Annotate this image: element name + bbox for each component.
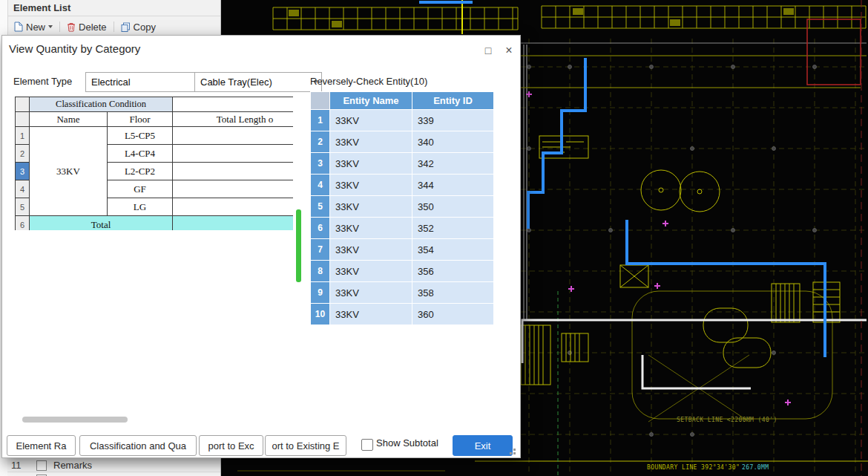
total-row[interactable]: 6 Total [16,216,294,231]
boundary-label: BOUNDARY LINE 392°34'30" [647,464,740,471]
entity-name-cell[interactable]: 33KV [330,239,412,261]
entity-name-cell[interactable]: 33KV [330,153,412,175]
row-number-cell[interactable]: 5 [311,196,330,218]
list-item-remarks[interactable]: 11 Remarks [7,457,220,472]
export-to-existing-excel-button[interactable]: ort to Existing E [265,435,346,456]
total-value-cell [173,216,294,231]
entity-name-cell[interactable]: 33KV [330,175,412,196]
delete-button[interactable]: Delete [65,20,109,34]
column-header-row: Name Floor Total Length o [16,112,294,127]
entity-id-cell[interactable]: 360 [412,304,494,325]
list-item-calculation[interactable]: 12 Calculation [7,472,220,476]
resize-grip-icon[interactable] [513,452,516,454]
element-subtype-select[interactable]: Cable Tray(Elec) [194,72,322,92]
entity-row[interactable]: 1 33KV 339 [311,110,494,131]
vertical-scrollbar-thumb[interactable] [296,209,301,282]
dialog-title: View Quantity by Category [9,42,140,55]
row-number-cell[interactable]: 4 [16,180,30,198]
row-number-cell[interactable]: 1 [311,110,330,131]
entity-row[interactable]: 9 33KV 358 [311,282,494,304]
entity-name-cell[interactable]: 33KV [330,131,412,153]
element-type-value: Electrical [91,76,131,88]
show-subtotal-checkbox[interactable] [361,439,373,451]
panel-header-divider [7,16,220,16]
entity-row[interactable]: 5 33KV 350 [311,196,494,218]
entity-id-cell[interactable]: 354 [412,239,494,261]
group-header-cell: Classification Condition [30,97,173,112]
entity-row[interactable]: 10 33KV 360 [311,304,494,325]
value-cell[interactable] [173,127,294,145]
entity-id-cell[interactable]: 350 [412,196,494,218]
entity-row[interactable]: 2 33KV 340 [311,131,494,153]
row-number-cell[interactable]: 3 [311,153,330,175]
row-number-cell[interactable]: 1 [16,127,30,145]
row-number-cell[interactable]: 6 [311,218,330,239]
entity-id-cell[interactable]: 339 [412,110,494,131]
floor-cell[interactable]: LG [108,198,173,216]
copy-button[interactable]: Copy [119,20,158,34]
entity-row[interactable]: 7 33KV 354 [311,239,494,261]
horizontal-scrollbar-thumb[interactable] [22,417,128,423]
row-number-cell[interactable]: 2 [311,131,330,153]
close-button[interactable]: × [501,43,517,58]
row-number-cell[interactable]: 4 [311,175,330,196]
group-header-row: Classification Condition [16,97,294,112]
element-type-select[interactable]: Electrical [85,72,212,92]
boundary-dimension: 267.0MM [742,464,769,471]
new-page-icon [14,22,23,32]
maximize-button[interactable]: □ [480,43,496,58]
entity-id-cell[interactable]: 352 [412,218,494,239]
export-to-excel-button[interactable]: port to Exc [199,435,263,456]
floor-cell[interactable]: L4-CP4 [108,145,173,163]
row-number-cell[interactable]: 8 [311,261,330,282]
row-number-cell[interactable]: 2 [16,145,30,163]
remarks-checkbox[interactable] [36,460,47,471]
row-number-cell[interactable]: 10 [311,304,330,325]
entity-name-cell[interactable]: 33KV [330,261,412,282]
entity-name-cell[interactable]: 33KV [330,218,412,239]
row-label: Remarks [53,460,92,471]
entity-id-cell[interactable]: 340 [412,131,494,153]
row-number-cell[interactable]: 6 [16,216,30,231]
corner-cell [16,97,30,112]
table-row[interactable]: 1 33KV L5-CP5 [16,127,294,145]
value-cell[interactable] [173,163,294,180]
value-cell[interactable] [173,180,294,198]
row-number-cell[interactable]: 5 [16,198,30,216]
value-cell[interactable] [173,198,294,216]
floor-cell[interactable]: L2-CP2 [108,163,173,180]
group-header-spacer [173,97,294,112]
corner-cell [311,92,330,110]
element-range-button[interactable]: Element Ra [7,435,76,456]
panel-title: Element List [13,2,70,13]
floor-cell[interactable]: GF [108,180,173,198]
entity-id-cell[interactable]: 358 [412,282,494,304]
floor-cell[interactable]: L5-CP5 [108,127,173,145]
classification-table: Classification Condition Name Floor Tota… [15,97,293,230]
name-merged-cell[interactable]: 33KV [30,127,108,216]
element-subtype-value: Cable Tray(Elec) [200,76,272,88]
row-number-cell-selected[interactable]: 3 [16,163,30,180]
element-type-label: Element Type [13,74,72,89]
new-button[interactable]: New [12,20,55,34]
value-cell[interactable] [173,145,294,163]
entity-row[interactable]: 6 33KV 352 [311,218,494,239]
entity-row[interactable]: 8 33KV 356 [311,261,494,282]
entity-id-cell[interactable]: 356 [412,261,494,282]
row-number: 11 [7,460,29,471]
entity-name-cell[interactable]: 33KV [330,304,412,325]
entity-name-cell[interactable]: 33KV [330,282,412,304]
entity-row[interactable]: 4 33KV 344 [311,175,494,196]
entity-name-cell[interactable]: 33KV [330,110,412,131]
trash-icon [67,22,76,32]
row-number-cell[interactable]: 7 [311,239,330,261]
entity-name-cell[interactable]: 33KV [330,196,412,218]
entity-id-cell[interactable]: 344 [412,175,494,196]
entity-row[interactable]: 3 33KV 342 [311,153,494,175]
entity-table: Entity Name Entity ID 1 33KV 339 2 33KV … [310,91,494,325]
corner-cell [16,112,30,127]
classification-setting-button[interactable]: Classification and Qua [79,435,197,456]
entity-id-cell[interactable]: 342 [412,153,494,175]
row-number-cell[interactable]: 9 [311,282,330,304]
exit-button[interactable]: Exit [453,435,513,456]
